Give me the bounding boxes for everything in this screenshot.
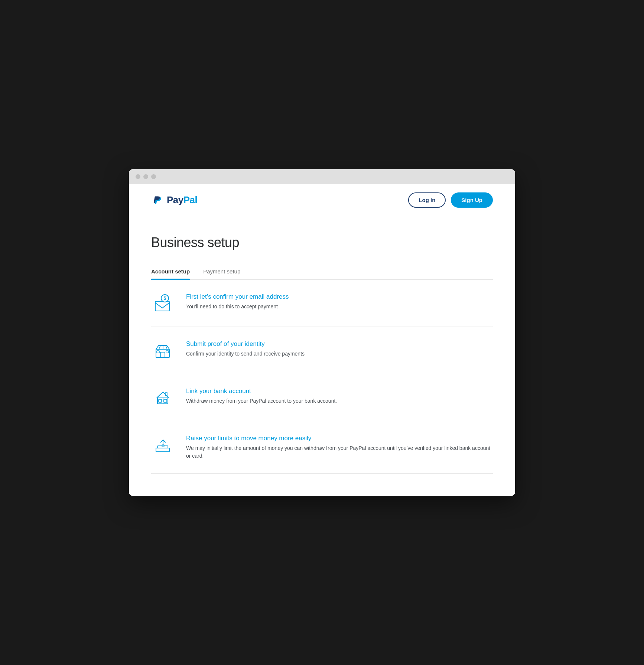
setup-text-identity: Submit proof of your identity Confirm yo… <box>186 340 493 358</box>
paypal-logo: PayPal <box>151 194 197 207</box>
svg-rect-4 <box>160 352 165 357</box>
svg-text:$: $ <box>164 296 166 301</box>
browser-dot-red <box>136 174 140 179</box>
svg-rect-5 <box>157 351 159 353</box>
limits-icon <box>151 435 175 455</box>
svg-rect-6 <box>166 351 169 353</box>
setup-item-bank: Link your bank account Withdraw money fr… <box>151 374 493 421</box>
setup-list: $ First let’s confirm your email address… <box>151 280 493 474</box>
paypal-pay-text: Pay <box>167 194 183 205</box>
setup-desc-identity: Confirm your identity to send and receiv… <box>186 350 493 358</box>
svg-rect-13 <box>159 399 162 402</box>
browser-content: PayPal Log In Sign Up Business setup Acc… <box>129 184 515 496</box>
browser-titlebar <box>129 169 515 184</box>
bank-icon <box>151 387 175 408</box>
setup-item-identity: Submit proof of your identity Confirm yo… <box>151 327 493 374</box>
paypal-p-icon <box>151 194 165 207</box>
setup-title-identity[interactable]: Submit proof of your identity <box>186 340 493 348</box>
page-title: Business setup <box>151 235 493 250</box>
svg-rect-15 <box>156 448 169 452</box>
setup-text-limits: Raise your limits to move money more eas… <box>186 435 493 460</box>
site-header: PayPal Log In Sign Up <box>129 184 515 216</box>
svg-rect-14 <box>164 399 167 402</box>
setup-title-email[interactable]: First let’s confirm your email address <box>186 293 493 301</box>
setup-desc-limits: We may initially limit the amount of mon… <box>186 444 493 460</box>
setup-text-email: First let’s confirm your email address Y… <box>186 293 493 311</box>
paypal-wordmark: PayPal <box>167 194 197 206</box>
main-content: Business setup Account setup Payment set… <box>129 216 515 496</box>
tab-account-setup[interactable]: Account setup <box>151 264 190 279</box>
setup-title-limits[interactable]: Raise your limits to move money more eas… <box>186 435 493 442</box>
store-icon <box>151 340 175 360</box>
setup-desc-email: You’ll need to do this to accept payment <box>186 303 493 311</box>
browser-window: PayPal Log In Sign Up Business setup Acc… <box>129 169 515 496</box>
tabs-nav: Account setup Payment setup <box>151 264 493 280</box>
browser-dot-green <box>151 174 156 179</box>
svg-rect-0 <box>155 301 169 311</box>
setup-desc-bank: Withdraw money from your PayPal account … <box>186 397 493 405</box>
svg-rect-11 <box>157 398 168 404</box>
signup-button[interactable]: Sign Up <box>451 192 493 208</box>
tab-payment-setup[interactable]: Payment setup <box>203 264 240 279</box>
svg-line-7 <box>159 346 160 349</box>
setup-item-email: $ First let’s confirm your email address… <box>151 280 493 327</box>
header-buttons: Log In Sign Up <box>408 192 493 208</box>
setup-text-bank: Link your bank account Withdraw money fr… <box>186 387 493 405</box>
email-icon: $ <box>151 293 175 313</box>
setup-item-limits: Raise your limits to move money more eas… <box>151 421 493 474</box>
setup-title-bank[interactable]: Link your bank account <box>186 387 493 395</box>
browser-dot-yellow <box>143 174 148 179</box>
login-button[interactable]: Log In <box>408 192 446 208</box>
paypal-pal-text: Pal <box>183 194 198 205</box>
